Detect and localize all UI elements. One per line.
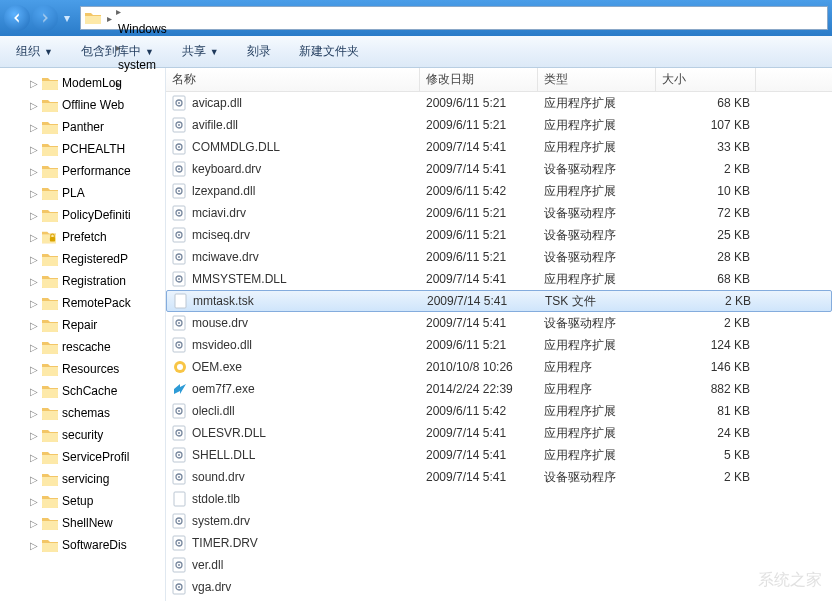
file-row[interactable]: avifile.dll2009/6/11 5:21应用程序扩展107 KB: [166, 114, 832, 136]
file-row[interactable]: olecli.dll2009/6/11 5:42应用程序扩展81 KB: [166, 400, 832, 422]
include-menu[interactable]: 包含到库中 ▼: [75, 39, 160, 64]
tree-item[interactable]: ▷Performance: [0, 160, 165, 182]
file-row[interactable]: TIMER.DRV: [166, 532, 832, 554]
tree-item-label: SoftwareDis: [62, 538, 127, 552]
back-button[interactable]: [4, 5, 30, 31]
file-row[interactable]: OLESVR.DLL2009/7/14 5:41应用程序扩展24 KB: [166, 422, 832, 444]
history-dropdown[interactable]: ▾: [60, 9, 74, 27]
chevron-right-icon[interactable]: ▸: [116, 6, 121, 17]
tree-item[interactable]: ▷security: [0, 424, 165, 446]
tree-item[interactable]: ▷SchCache: [0, 380, 165, 402]
expand-icon[interactable]: ▷: [28, 99, 40, 111]
breadcrumb-segment[interactable]: Windows: [114, 18, 193, 40]
expand-icon[interactable]: ▷: [28, 407, 40, 419]
expand-icon[interactable]: ▷: [28, 275, 40, 287]
breadcrumb-segment[interactable]: 本地磁盘 (C:): [114, 0, 193, 4]
column-name[interactable]: 名称: [166, 68, 420, 91]
expand-icon[interactable]: ▷: [28, 297, 40, 309]
file-row[interactable]: keyboard.drv2009/7/14 5:41设备驱动程序2 KB: [166, 158, 832, 180]
tree-item[interactable]: ▷schemas: [0, 402, 165, 424]
file-row[interactable]: oem7f7.exe2014/2/24 22:39应用程序882 KB: [166, 378, 832, 400]
expand-icon[interactable]: ▷: [28, 187, 40, 199]
tree-item[interactable]: ▷PCHEALTH: [0, 138, 165, 160]
expand-icon[interactable]: ▷: [28, 363, 40, 375]
tree-item[interactable]: ▷PLA: [0, 182, 165, 204]
file-name: SHELL.DLL: [192, 448, 255, 462]
tree-item[interactable]: ▷RegisteredP: [0, 248, 165, 270]
expand-icon[interactable]: ▷: [28, 517, 40, 529]
svg-point-55: [178, 542, 180, 544]
file-row[interactable]: sound.drv2009/7/14 5:41设备驱动程序2 KB: [166, 466, 832, 488]
expand-icon[interactable]: ▷: [28, 451, 40, 463]
tree-item-label: schemas: [62, 406, 110, 420]
expand-icon[interactable]: ▷: [28, 341, 40, 353]
tree-item[interactable]: ▷Setup: [0, 490, 165, 512]
new-folder-button[interactable]: 新建文件夹: [293, 39, 365, 64]
tree-item[interactable]: ▷Resources: [0, 358, 165, 380]
tree-item[interactable]: ▷Panther: [0, 116, 165, 138]
share-menu[interactable]: 共享 ▼: [176, 39, 225, 64]
tree-item[interactable]: ▷Registration: [0, 270, 165, 292]
navigation-bar: ▾ ▸ 计算机▸本地磁盘 (C:)▸Windows▸system▸: [0, 0, 832, 36]
file-row[interactable]: avicap.dll2009/6/11 5:21应用程序扩展68 KB: [166, 92, 832, 114]
file-row[interactable]: vga.drv: [166, 576, 832, 598]
tree-item[interactable]: ▷ShellNew: [0, 512, 165, 534]
burn-button[interactable]: 刻录: [241, 39, 277, 64]
file-row[interactable]: system.drv: [166, 510, 832, 532]
file-row[interactable]: mmtask.tsk2009/7/14 5:41TSK 文件2 KB: [166, 290, 832, 312]
tree-item[interactable]: ▷ModemLog: [0, 72, 165, 94]
expand-icon[interactable]: ▷: [28, 231, 40, 243]
file-list[interactable]: 名称 修改日期 类型 大小 avicap.dll2009/6/11 5:21应用…: [166, 68, 832, 601]
tree-item-label: servicing: [62, 472, 109, 486]
file-row[interactable]: SHELL.DLL2009/7/14 5:41应用程序扩展5 KB: [166, 444, 832, 466]
file-row[interactable]: ver.dll: [166, 554, 832, 576]
expand-icon[interactable]: ▷: [28, 429, 40, 441]
expand-icon[interactable]: ▷: [28, 385, 40, 397]
svg-point-18: [178, 212, 180, 214]
chevron-right-icon[interactable]: ▸: [107, 13, 112, 24]
file-row[interactable]: mciwave.drv2009/6/11 5:21设备驱动程序28 KB: [166, 246, 832, 268]
expand-icon[interactable]: ▷: [28, 495, 40, 507]
svg-point-61: [178, 586, 180, 588]
expand-icon[interactable]: ▷: [28, 121, 40, 133]
tree-item[interactable]: ▷Repair: [0, 314, 165, 336]
file-row[interactable]: stdole.tlb: [166, 488, 832, 510]
tree-item[interactable]: ▷Prefetch: [0, 226, 165, 248]
tree-item[interactable]: ▷Offline Web: [0, 94, 165, 116]
file-date: 2009/6/11 5:21: [420, 206, 538, 220]
folder-tree[interactable]: ▷ModemLog▷Offline Web▷Panther▷PCHEALTH▷P…: [0, 68, 166, 601]
column-type[interactable]: 类型: [538, 68, 656, 91]
expand-icon[interactable]: ▷: [28, 165, 40, 177]
tree-item[interactable]: ▷RemotePack: [0, 292, 165, 314]
tree-item[interactable]: ▷PolicyDefiniti: [0, 204, 165, 226]
file-type: 应用程序扩展: [538, 447, 656, 464]
file-row[interactable]: msvideo.dll2009/6/11 5:21应用程序扩展124 KB: [166, 334, 832, 356]
expand-icon[interactable]: ▷: [28, 473, 40, 485]
column-size[interactable]: 大小: [656, 68, 756, 91]
tree-item[interactable]: ▷rescache: [0, 336, 165, 358]
file-date: 2009/7/14 5:41: [420, 162, 538, 176]
file-icon: [172, 161, 188, 177]
tree-item[interactable]: ▷servicing: [0, 468, 165, 490]
file-row[interactable]: mciseq.drv2009/6/11 5:21设备驱动程序25 KB: [166, 224, 832, 246]
forward-button[interactable]: [32, 5, 58, 31]
file-size: 33 KB: [656, 140, 756, 154]
file-row[interactable]: OEM.exe2010/10/8 10:26应用程序146 KB: [166, 356, 832, 378]
organize-menu[interactable]: 组织 ▼: [10, 39, 59, 64]
file-row[interactable]: mciavi.drv2009/6/11 5:21设备驱动程序72 KB: [166, 202, 832, 224]
column-date[interactable]: 修改日期: [420, 68, 538, 91]
file-row[interactable]: MMSYSTEM.DLL2009/7/14 5:41应用程序扩展68 KB: [166, 268, 832, 290]
expand-icon[interactable]: ▷: [28, 77, 40, 89]
expand-icon[interactable]: ▷: [28, 253, 40, 265]
tree-item[interactable]: ▷SoftwareDis: [0, 534, 165, 556]
expand-icon[interactable]: ▷: [28, 319, 40, 331]
file-row[interactable]: mouse.drv2009/7/14 5:41设备驱动程序2 KB: [166, 312, 832, 334]
file-row[interactable]: COMMDLG.DLL2009/7/14 5:41应用程序扩展33 KB: [166, 136, 832, 158]
expand-icon[interactable]: ▷: [28, 539, 40, 551]
address-bar[interactable]: ▸ 计算机▸本地磁盘 (C:)▸Windows▸system▸: [80, 6, 828, 30]
tree-item[interactable]: ▷ServiceProfil: [0, 446, 165, 468]
file-name: ver.dll: [192, 558, 223, 572]
file-row[interactable]: lzexpand.dll2009/6/11 5:42应用程序扩展10 KB: [166, 180, 832, 202]
expand-icon[interactable]: ▷: [28, 143, 40, 155]
expand-icon[interactable]: ▷: [28, 209, 40, 221]
